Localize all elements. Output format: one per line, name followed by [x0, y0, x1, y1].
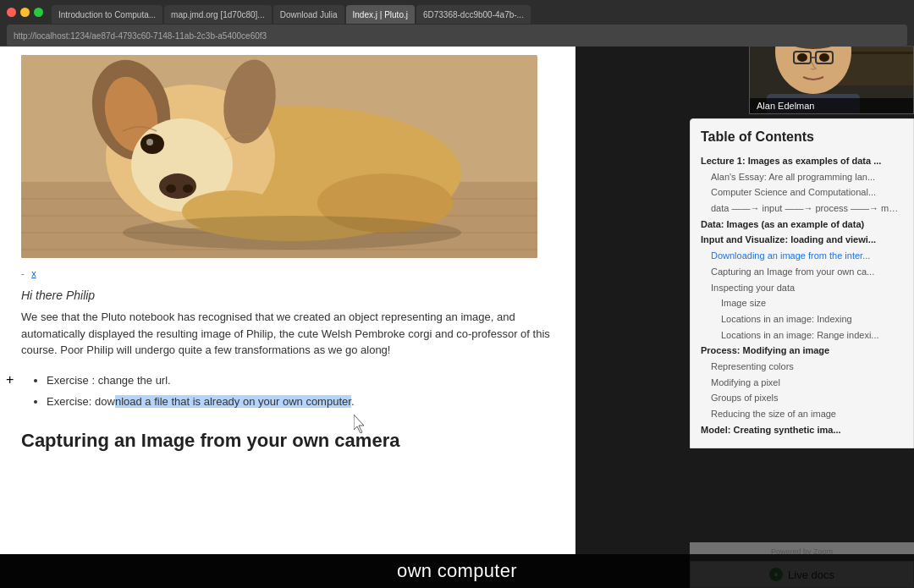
notebook-area: - x Hi there Philip We see that the Plut… [0, 47, 575, 554]
exercise-2-after: . [351, 395, 355, 408]
svg-point-14 [183, 184, 193, 193]
toc-item[interactable]: data ——→ input ——→ process ——→ mode... [701, 201, 903, 217]
toc-panel: Table of Contents Lecture 1: Images as e… [690, 118, 914, 448]
section-heading: Capturing an Image from your own camera [21, 430, 559, 452]
close-x-button[interactable]: x [31, 268, 36, 278]
video-name-badge: Alan Edelman [750, 98, 913, 113]
toc-item[interactable]: Downloading an image from the inter... [701, 248, 903, 264]
toc-item[interactable]: Locations in an image: Range indexi... [701, 327, 903, 343]
toc-item[interactable]: Inspecting your data [701, 280, 903, 296]
toc-item[interactable]: Capturing an Image from your own ca... [701, 264, 903, 280]
toc-items-container: Lecture 1: Images as examples of data ..… [701, 153, 903, 437]
toc-item[interactable]: Modifying a pixel [701, 375, 903, 391]
browser-tab[interactable]: Index.j | Pluto.j [346, 5, 415, 24]
toc-item[interactable]: Image size [701, 295, 903, 311]
add-cell-button[interactable]: + [6, 372, 14, 387]
toc-item[interactable]: Representing colors [701, 359, 903, 375]
close-section: - x [21, 265, 559, 280]
browser-tab[interactable]: Introduction to Computa... [52, 5, 162, 24]
toc-title: Table of Contents [701, 129, 903, 145]
toc-item[interactable]: Input and Visualize: loading and viewi..… [701, 232, 903, 248]
browser-tab[interactable]: map.jmd.org [1d70c80]... [164, 5, 272, 24]
caption-text: own computer [397, 560, 517, 582]
toc-item[interactable]: Groups of pixels [701, 390, 903, 406]
toc-item[interactable]: Reducing the size of an image [701, 406, 903, 422]
maximize-button[interactable] [34, 8, 43, 17]
bullet-section: + Exercise : change the url. Exercise: d… [21, 371, 559, 412]
caption-bar: own computer [0, 554, 914, 588]
toc-item[interactable]: Model: Creating synthetic ima... [701, 422, 903, 438]
toc-item[interactable]: Computer Science and Computational... [701, 184, 903, 201]
svg-point-35 [819, 53, 829, 62]
svg-point-19 [123, 216, 461, 250]
toc-item[interactable]: Data: Images (as an example of data) [701, 217, 903, 233]
exercise-1-text: Exercise : change the url. [47, 374, 171, 387]
browser-tab[interactable]: 6D73368-dcc9b00-4a7b-... [416, 5, 531, 24]
minimize-button[interactable] [20, 8, 30, 17]
browser-chrome: Introduction to Computa...map.jmd.org [1… [0, 0, 914, 47]
dog-image [21, 55, 537, 258]
notebook-content: - x Hi there Philip We see that the Plut… [0, 47, 575, 469]
browser-tab[interactable]: Download Julia [273, 5, 344, 24]
toc-item[interactable]: Lecture 1: Images as examples of data ..… [701, 153, 903, 169]
exercise-2: Exercise: download a file that is alread… [47, 392, 559, 411]
description-text: We see that the Pluto notebook has recog… [21, 309, 559, 359]
svg-point-34 [797, 53, 807, 62]
tab-bar: Introduction to Computa...map.jmd.org [1… [0, 0, 914, 24]
window-controls [7, 8, 43, 17]
exercise-2-highlighted: nload a file that is already on your own… [115, 395, 351, 408]
address-bar[interactable]: http://localhost:1234/ae87d-4793c60-7148… [7, 25, 907, 47]
toc-item[interactable]: Locations in an image: Indexing [701, 311, 903, 327]
toc-item[interactable]: Process: Modifying an image [701, 343, 903, 359]
exercise-list: Exercise : change the url. Exercise: dow… [47, 371, 559, 412]
exercise-2-before: Exercise: dow [47, 395, 115, 408]
italic-heading: Hi there Philip [21, 289, 559, 302]
exercise-1: Exercise : change the url. [47, 371, 559, 390]
address-text: http://localhost:1234/ae87d-4793c60-7148… [14, 31, 267, 41]
close-button[interactable] [7, 8, 16, 17]
svg-point-16 [146, 139, 153, 146]
toc-item[interactable]: Alan's Essay: Are all programming lan... [701, 169, 903, 185]
svg-point-13 [166, 184, 176, 193]
